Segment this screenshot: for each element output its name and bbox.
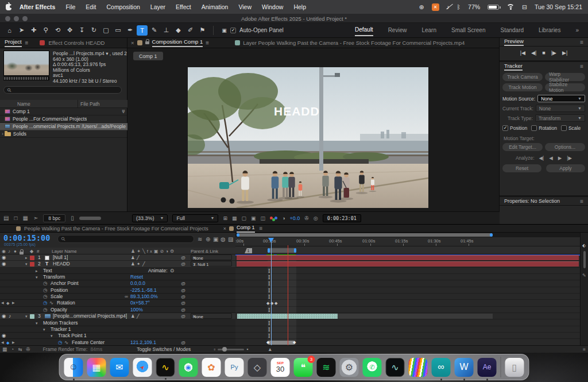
edit-target-button[interactable]: Edit Target... (502, 143, 543, 151)
expand-arrow[interactable]: ▾ (51, 333, 53, 339)
dock-python-ide-icon[interactable]: Py (225, 358, 244, 377)
stopwatch-icon[interactable]: ◷ (43, 294, 47, 300)
comp-marker-1[interactable]: 1 (245, 248, 252, 253)
number-column[interactable]: # (37, 249, 39, 254)
column-name[interactable]: Name (17, 101, 30, 107)
motion-blur-icon[interactable]: ◍ (220, 236, 226, 242)
dock-launchpad-icon[interactable]: ▦ (87, 358, 106, 377)
toggle-switches-button[interactable]: Toggle Switches / Modes (137, 346, 191, 352)
graph-editor-icon[interactable]: ▨ (228, 236, 233, 242)
menu-animation[interactable]: Animation (202, 3, 229, 10)
delete-icon[interactable]: ▯ (71, 215, 74, 221)
dock-safari-icon[interactable]: ➤ (133, 358, 152, 377)
property-row-text[interactable]: ▸TextAnimate:⊙ (0, 268, 235, 274)
project-item-solids[interactable]: ›Solids (0, 130, 127, 138)
folder-expander-icon[interactable]: › (2, 131, 3, 137)
properties-menu-icon[interactable]: ≡ (580, 198, 583, 204)
timeline-track-people-ommercial-projects-mp4[interactable] (235, 313, 580, 319)
dock-system-settings-icon[interactable]: ⚙ (340, 358, 359, 377)
home-tool[interactable]: ⌂ (4, 25, 15, 36)
pickwhip-icon[interactable]: @ (181, 261, 185, 267)
project-item-comp-1[interactable]: Comp 1⋔ (0, 108, 127, 115)
eye-icon[interactable]: ◉ (2, 333, 6, 339)
snapshot-icon[interactable]: ✇ (304, 215, 309, 221)
clone-stamp-tool[interactable]: ⊥ (161, 25, 172, 36)
timeline-track-headd[interactable] (235, 261, 580, 267)
rect-tool[interactable]: ▭ (113, 25, 123, 36)
stopwatch-icon[interactable]: ◷ (43, 300, 47, 306)
timeline-track-transform[interactable]: I (235, 274, 580, 280)
dock-find-my-icon[interactable]: ◉ (179, 358, 198, 377)
project-flowchart-icon[interactable]: ➣ (33, 215, 38, 221)
property-row-tracker-1[interactable]: ▾Tracker 1 (0, 326, 235, 333)
pan-camera-tool[interactable]: ✥ (64, 25, 75, 36)
project-panel-menu-icon[interactable]: ≡ (25, 40, 29, 46)
warp-stabilizer-button[interactable]: Warp Stabilizer (545, 73, 585, 81)
work-area-start-handle[interactable] (268, 248, 270, 253)
analyze-btn-2[interactable]: ▶ (558, 155, 562, 161)
dock-whatsapp-icon[interactable]: ✆ (363, 358, 382, 377)
headd-text-overlay[interactable]: HEADD (274, 105, 320, 118)
previous-frame-button[interactable]: ◀| (531, 50, 536, 56)
puppet-pin-tool[interactable]: ⚑ (197, 25, 208, 36)
display-icon[interactable]: ⊟ (522, 3, 527, 10)
property-row-rotation[interactable]: ◀◆▶◷∿Rotation0x+58.7°@ (0, 300, 235, 306)
crop-icon[interactable]: ◫ (261, 215, 266, 221)
timeline-h-scrollbar[interactable] (235, 233, 580, 237)
dock-word-icon[interactable]: W (455, 358, 474, 377)
dock-mail-icon[interactable]: ✉ (110, 358, 129, 377)
zoom-out-mountains-icon[interactable]: ▫ (214, 346, 215, 352)
property-row-track-point-1[interactable]: ◉▾Track Point 1 (0, 333, 235, 339)
track-motion-button[interactable]: Track Motion (502, 83, 543, 91)
next-frame-button[interactable]: |▶ (551, 50, 556, 56)
label-color-chip[interactable] (30, 314, 34, 319)
rotation-checkbox-box[interactable] (531, 125, 537, 131)
eraser-tool[interactable]: ◆ (173, 25, 184, 36)
current-track-dropdown[interactable]: None▼ (536, 105, 585, 112)
stopwatch-icon[interactable]: ◷ (43, 307, 47, 313)
footage-panel-icon[interactable]: ▤ (3, 215, 9, 221)
graph-icon[interactable]: ∿ (64, 339, 68, 346)
project-search-input[interactable]: ⚲ (3, 86, 122, 94)
breadcrumb[interactable]: Comp 1 (133, 52, 163, 60)
expand-arrow[interactable]: ▾ (25, 261, 28, 267)
layer-row-headd[interactable]: ◉▾2THEADD♟✦╱@1. Null 1▼ (0, 261, 235, 267)
type-tool[interactable]: T (137, 25, 148, 36)
timeline-v-scrollbar[interactable] (583, 251, 586, 268)
workspace-learn[interactable]: Learn (421, 25, 436, 36)
pickwhip-icon[interactable]: @ (181, 254, 185, 261)
menu-layer[interactable]: Layer (150, 3, 165, 10)
pencil-icon[interactable]: ✎ (582, 273, 586, 278)
channel-icon[interactable] (270, 217, 273, 219)
layer-switch-2[interactable]: ╱ (142, 261, 145, 267)
audio-icon[interactable]: ♪ (9, 313, 11, 319)
track-camera-button[interactable]: Track Camera (502, 73, 543, 81)
menu-window[interactable]: Window (262, 3, 283, 10)
tab-effect-controls[interactable]: Effect Controls HEADD (48, 40, 105, 46)
first-frame-button[interactable]: |◀ (520, 50, 525, 56)
tab-layer-timeline[interactable]: People Walking Past the Camera - Free St… (24, 226, 208, 231)
property-row-scale[interactable]: ◷Scale∞89.3,100.0%@ (0, 294, 235, 300)
parent-link-column[interactable]: Parent & Link (191, 249, 218, 254)
prev-keyframe-button[interactable]: ◀ (1, 300, 4, 306)
stopwatch-icon[interactable]: ◷ (43, 280, 47, 287)
layer-switch-0[interactable]: ♟ (131, 261, 135, 267)
brush-tool[interactable]: ✎ (149, 25, 160, 36)
camera-tool[interactable]: ▢ (100, 25, 111, 36)
comp-mini-flowchart-icon[interactable]: ≋ (198, 236, 202, 242)
play-stop-button[interactable]: ■ (542, 50, 545, 56)
exposure-value[interactable]: +0.0 (290, 215, 300, 221)
layer-switch-1[interactable]: ╱ (137, 313, 140, 319)
new-folder-icon[interactable]: □ (14, 215, 17, 221)
analyze-btn-1[interactable]: ◀ (549, 155, 553, 161)
dock-wires-icon[interactable] (409, 358, 428, 377)
dock-unity-icon[interactable]: ◇ (248, 358, 267, 377)
playhead-line[interactable] (271, 238, 272, 346)
menu-clock[interactable]: Tue 30 Sep 15:21 (535, 3, 582, 10)
playhead-handle[interactable] (268, 238, 274, 242)
add-keyframe-button[interactable]: ◆ (6, 339, 9, 346)
comp-timecode[interactable]: 0:00:23:01 (323, 214, 361, 222)
pickwhip-icon[interactable]: @ (181, 307, 185, 313)
timeline-track-motion-trackers[interactable]: I (235, 320, 580, 326)
link-icon[interactable]: ∞ (125, 294, 128, 300)
